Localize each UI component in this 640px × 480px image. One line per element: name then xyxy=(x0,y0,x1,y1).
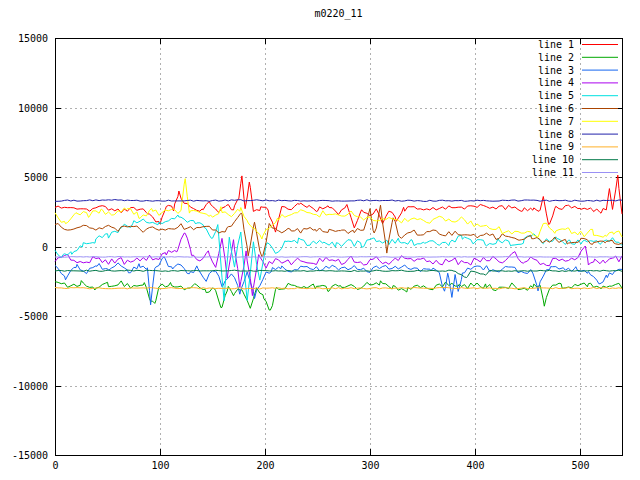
x-tick-label: 300 xyxy=(361,460,379,471)
series-line-8 xyxy=(55,200,622,202)
y-tick-label: -5000 xyxy=(18,311,48,322)
legend-label: line 2 xyxy=(538,52,574,63)
series-line-11 xyxy=(55,257,622,258)
y-tick-label: 10000 xyxy=(18,103,48,114)
series-line-10 xyxy=(55,270,622,277)
series-line-1 xyxy=(55,175,622,232)
y-tick-label: 0 xyxy=(42,242,48,253)
legend-label: line 1 xyxy=(538,39,574,50)
legend-label: line 3 xyxy=(538,65,574,76)
y-tick-label: -10000 xyxy=(12,381,48,392)
x-tick-label: 0 xyxy=(52,460,58,471)
legend-label: line 6 xyxy=(538,103,574,114)
y-tick-label: 5000 xyxy=(24,172,48,183)
y-tick-label: -15000 xyxy=(12,450,48,461)
legend-label: line 9 xyxy=(538,141,574,152)
chart-container: m0220_11 0100200300400500-15000-10000-50… xyxy=(0,0,640,480)
series-line-9 xyxy=(55,287,622,289)
legend-label: line 7 xyxy=(538,116,574,127)
series-line-3 xyxy=(55,257,622,305)
x-tick-label: 500 xyxy=(571,460,589,471)
legend-label: line 11 xyxy=(532,167,574,178)
y-tick-label: 15000 xyxy=(18,33,48,44)
series-line-6 xyxy=(55,205,622,257)
legend-label: line 8 xyxy=(538,129,574,140)
legend-label: line 4 xyxy=(538,77,574,88)
x-tick-label: 100 xyxy=(151,460,169,471)
x-tick-label: 200 xyxy=(256,460,274,471)
legend-label: line 5 xyxy=(538,90,574,101)
plot-canvas: 0100200300400500-15000-10000-50000500010… xyxy=(0,0,640,480)
legend-label: line 10 xyxy=(532,154,574,165)
x-tick-label: 400 xyxy=(466,460,484,471)
